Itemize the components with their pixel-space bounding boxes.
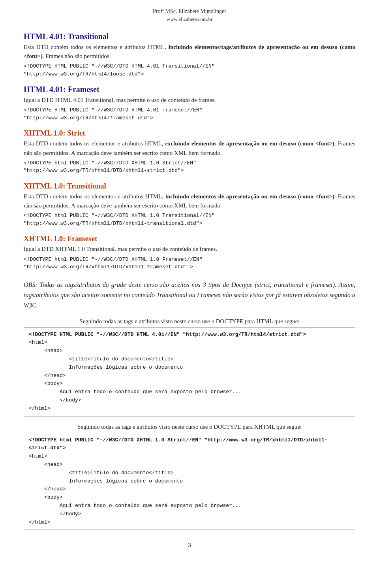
code-xhtml10-frameset: <!DOCTYPE html PUBLIC "-//W3C//DTD XHTML… (24, 256, 355, 271)
author-url: www.elizabete.com.br (24, 15, 355, 23)
body-xhtml10-transitional: Esta DTD contém todos os elementos e atr… (24, 192, 355, 211)
page-header: Profª MSc. Elizabete Munzlinger www.eliz… (24, 7, 355, 23)
heading-xhtml10-frameset: XHTML 1.0: Frameset (24, 234, 355, 243)
author-name: Profª MSc. Elizabete Munzlinger (24, 7, 355, 15)
page-number: 3 (24, 542, 355, 548)
code-html401-frameset: <!DOCTYPE HTML PUBLIC "-//W3C//DTD HTML … (24, 106, 355, 122)
heading-html401-transitional: HTML 4.01: Transitional (24, 32, 355, 41)
code-xhtml10-strict: <!DOCTYPE html PUBLIC "-//W3C//DTD XHTML… (24, 159, 355, 175)
code-xhtml10-transitional: <!DOCTYPE html PUBLIC "-//W3C//DTD XHTML… (24, 212, 355, 227)
body-xhtml10-strict: Esta DTD contém todos os elementos e atr… (24, 139, 355, 158)
obs-block: OBS: Todas as tags/atributos da grade de… (24, 280, 355, 311)
code-box-html: <!DOCTYPE HTML PUBLIC "-//W3C//DTD HTML … (24, 327, 355, 416)
heading-xhtml10-transitional: XHTML 1.0: Transitional (24, 182, 355, 190)
seguindo-html-text: Seguindo todas as tags e atributos visto… (24, 318, 355, 325)
body-html401-frameset: Igual a DTD HTML 4.01 Transitional, mas … (24, 96, 355, 105)
heading-html401-frameset: HTML 4.01: Frameset (24, 85, 355, 94)
code-box-xhtml: <!DOCTYPE html PUBLIC "-//W3C//DTD XHTML… (24, 433, 355, 530)
heading-xhtml10-strict: XHTML 1.0: Strict (24, 129, 355, 138)
code-html401-transitional: <!DOCTYPE HTML PUBLIC "-//W3C//DTD HTML … (24, 62, 355, 78)
body-html401-transitional: Esta DTD contém todos os elementos e atr… (24, 43, 355, 61)
body-xhtml10-frameset: Igual a DTD XHTML 1.0 Transitional, mas … (24, 245, 355, 254)
seguindo-xhtml-text: Seguindo todas as tags e atributos visto… (24, 424, 355, 430)
